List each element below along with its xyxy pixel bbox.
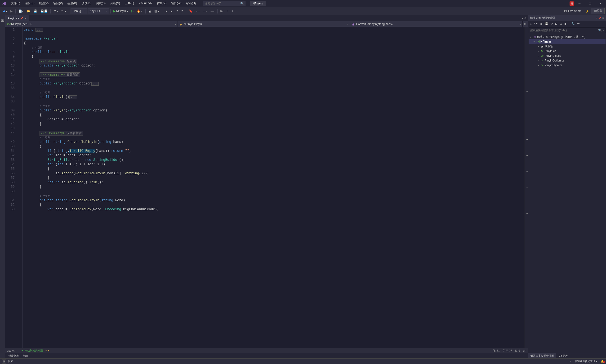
- toolbox-btn-1[interactable]: ▣: [147, 9, 152, 14]
- menu-item[interactable]: 测试(S): [94, 0, 108, 7]
- down-arrow-btn[interactable]: ↓: [230, 9, 235, 14]
- status-indicator-icon[interactable]: ▣: [2, 359, 6, 364]
- expand-icon[interactable]: ▸: [537, 45, 539, 48]
- menu-item[interactable]: 调试(D): [79, 0, 94, 7]
- show-all-icon[interactable]: ▤: [559, 22, 563, 26]
- menu-item[interactable]: 帮助(H): [184, 0, 198, 7]
- search-icon[interactable]: 🔍: [240, 2, 244, 5]
- bookmark-btn-1[interactable]: 🔖: [188, 9, 194, 14]
- solution-search[interactable]: 🔍 ▾: [529, 27, 606, 33]
- platform-dropdown[interactable]: Any CPU: [88, 8, 109, 14]
- close-button[interactable]: ✕: [596, 0, 605, 7]
- open-file-button[interactable]: 📂: [25, 9, 32, 14]
- solution-explorer-tab[interactable]: 解决方案资源管理器: [528, 353, 556, 358]
- scroll-bar[interactable]: [525, 27, 528, 348]
- tree-icon[interactable]: 🗂: [539, 22, 543, 26]
- pen-icon[interactable]: ✎ ▾: [45, 349, 50, 352]
- home-icon[interactable]: ⌂: [529, 22, 533, 26]
- global-search[interactable]: 🔍: [203, 1, 245, 6]
- nav-member-dropdown[interactable]: ◉ ConvertToPinyin(string hans): [350, 21, 523, 27]
- feedback-button[interactable]: ⚡: [584, 9, 590, 14]
- menu-item[interactable]: 项目(P): [51, 0, 65, 7]
- bookmark-btn-3[interactable]: ⟶: [202, 9, 209, 14]
- panel-pin-icon[interactable]: 📌: [598, 17, 601, 19]
- add-to-scm-button[interactable]: 添加到源代码管理 ▴: [575, 360, 597, 363]
- git-changes-tab[interactable]: Git 更改: [556, 353, 570, 358]
- bottom-tool-tab[interactable]: 输出: [21, 354, 30, 358]
- project-node[interactable]: ▾ C# NPinyin: [529, 39, 606, 44]
- expand-icon[interactable]: ▸: [537, 50, 539, 52]
- cursor-col[interactable]: 字符: 37: [503, 349, 512, 352]
- up-arrow-btn[interactable]: ↑: [226, 9, 230, 14]
- live-share-button[interactable]: ⮹ Live Share: [562, 9, 583, 14]
- save-all-button[interactable]: 💾💾: [39, 9, 49, 14]
- tab-settings-icon[interactable]: ⚙: [524, 17, 526, 20]
- zoom-level[interactable]: 100 %: [7, 349, 19, 352]
- wrench-icon[interactable]: 🔧: [570, 22, 576, 26]
- expand-icon[interactable]: ▾: [533, 40, 535, 43]
- nav-class-dropdown[interactable]: ◆ NPinyin.Pinyin: [178, 21, 350, 27]
- config-dropdown[interactable]: Debug: [70, 8, 87, 14]
- properties-icon[interactable]: ≣: [563, 22, 567, 26]
- code-editor[interactable]: 1678910131415183334383940414243444950515…: [5, 27, 528, 348]
- user-badge[interactable]: 悟: [569, 1, 574, 6]
- menu-item[interactable]: 文件(F): [9, 0, 23, 7]
- menu-item[interactable]: VisualSVN: [136, 0, 155, 7]
- pin-icon[interactable]: 📌: [20, 17, 23, 20]
- menu-item[interactable]: 生成(B): [65, 0, 79, 7]
- line-ending[interactable]: LF: [523, 349, 526, 352]
- start-debug-button[interactable]: ▶ NPinyin ▾: [112, 9, 130, 14]
- new-item-button[interactable]: 📄▾: [17, 9, 25, 14]
- expand-icon[interactable]: ▸: [537, 55, 539, 57]
- step-btn-4[interactable]: ≡: [180, 9, 184, 14]
- file-node[interactable]: ▸C#PinyinDict.cs: [529, 53, 606, 58]
- save-button[interactable]: 💾: [32, 9, 39, 14]
- indent-mode[interactable]: 空格: [515, 349, 520, 352]
- solution-search-input[interactable]: [530, 29, 598, 32]
- expand-icon[interactable]: ▸: [529, 36, 532, 38]
- file-node[interactable]: ▸C#Pinyin.cs: [529, 49, 606, 53]
- more-icon[interactable]: ⋯: [576, 22, 581, 26]
- close-tab-icon[interactable]: ✕: [25, 17, 27, 20]
- toolbox-tab[interactable]: 工具箱: [0, 16, 5, 18]
- split-editor-button[interactable]: ⊞: [523, 21, 528, 27]
- toolbox-btn-2[interactable]: ▥ ▾: [153, 9, 161, 14]
- step-btn-3[interactable]: ≡: [175, 9, 179, 14]
- solution-node[interactable]: ▸ ◫ 解决方案 'NPinyin' (1 个项目，共 1 个): [529, 35, 606, 39]
- code-text[interactable]: using ...namespace NPinyin{ 2 个引用 public…: [23, 27, 525, 348]
- document-tab[interactable]: Pinyin.cs 📌 ✕: [5, 15, 29, 21]
- bookmark-btn-4[interactable]: ⟹: [209, 9, 216, 14]
- panel-menu-icon[interactable]: ▾: [596, 17, 597, 19]
- menu-item[interactable]: 分析(N): [108, 0, 122, 7]
- menu-item[interactable]: 扩展(X): [155, 0, 169, 7]
- menu-item[interactable]: 工具(T): [122, 0, 136, 7]
- problems-status[interactable]: ✔ 未找到相关问题: [21, 349, 43, 352]
- publish-arrow-icon[interactable]: ↑: [570, 360, 571, 363]
- step-btn-2[interactable]: ⇤: [169, 9, 175, 14]
- expand-icon[interactable]: ▸: [537, 59, 539, 62]
- collapse-icon[interactable]: ⊟: [554, 22, 558, 26]
- refresh-icon[interactable]: ⟳: [550, 22, 554, 26]
- tab-dropdown-icon[interactable]: ▾: [522, 17, 523, 20]
- panel-close-icon[interactable]: ✕: [602, 17, 604, 19]
- menu-item[interactable]: 编辑(E): [23, 0, 37, 7]
- undo-button[interactable]: ↶ ▾: [52, 9, 59, 14]
- redo-button[interactable]: ↷ ▾: [60, 9, 67, 14]
- menu-item[interactable]: 窗口(W): [169, 0, 184, 7]
- nav-back-button[interactable]: ◀ ▾: [1, 9, 9, 14]
- svn-btn[interactable]: ⎘▾: [219, 9, 225, 14]
- maximize-button[interactable]: ▢: [585, 0, 595, 7]
- search-icon[interactable]: 🔍 ▾: [598, 29, 604, 32]
- notifications-button[interactable]: 🔔 2: [601, 360, 604, 363]
- step-btn-1[interactable]: ⇥: [163, 9, 169, 14]
- file-node[interactable]: ▸C#PinyinOption.cs: [529, 58, 606, 63]
- start-no-debug-button[interactable]: ▷: [130, 9, 135, 14]
- bottom-tool-tab[interactable]: 错误列表: [7, 354, 21, 358]
- nav-project-dropdown[interactable]: C# NPinyin (net5.0): [5, 21, 178, 27]
- hot-reload-button[interactable]: 🔥▾: [135, 9, 144, 14]
- fold-strip[interactable]: [19, 27, 23, 348]
- nav-forward-button[interactable]: ▶: [9, 9, 14, 14]
- sync-icon[interactable]: ↻▾: [533, 22, 539, 26]
- file-node[interactable]: ▸C#PinyinStyle.cs: [529, 63, 606, 68]
- expand-icon[interactable]: ▸: [537, 64, 539, 66]
